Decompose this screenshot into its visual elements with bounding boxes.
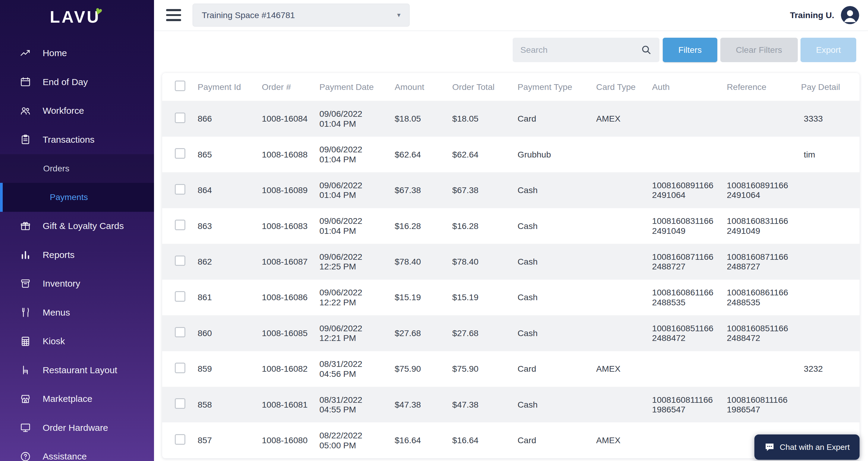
cell-order-total: $75.90 [453, 364, 518, 374]
sidebar-item-label: Transactions [42, 135, 94, 145]
cell-order-number: 1008-16086 [262, 292, 319, 302]
cell-order-total: $27.68 [453, 328, 518, 338]
row-checkbox[interactable] [175, 220, 185, 230]
cell-order-number: 1008-16087 [262, 257, 319, 267]
sidebar-item-assistance[interactable]: Assistance [0, 442, 154, 461]
kiosk-icon [20, 336, 31, 347]
cell-payment-type: Grubhub [518, 150, 596, 160]
select-all-checkbox[interactable] [175, 81, 185, 91]
cell-reference: 10081608111661986547 [727, 395, 796, 414]
filters-button[interactable]: Filters [663, 38, 718, 62]
sidebar-item-inventory[interactable]: Inventory [0, 269, 154, 298]
cell-amount: $67.38 [395, 185, 453, 195]
row-checkbox[interactable] [175, 363, 185, 373]
row-checkbox[interactable] [175, 434, 185, 445]
cell-auth: 10081608311662491049 [652, 216, 721, 236]
cell-amount: $62.64 [395, 150, 453, 160]
cell-reference: 10081608511662488472 [727, 323, 796, 343]
clipboard-icon [20, 134, 31, 145]
table-row[interactable]: 860 1008-16085 09/06/2022 12:21 PM $27.6… [162, 315, 860, 351]
sidebar-item-label: Gift & Loyalty Cards [42, 221, 124, 231]
table-row[interactable]: 862 1008-16087 09/06/2022 12:25 PM $78.4… [162, 244, 860, 279]
sidebar-item-label: Inventory [42, 279, 80, 289]
cell-payment-date: 09/06/2022 01:04 PM [319, 180, 375, 200]
main-content: Filters Clear Filters Export Payment Id … [154, 30, 868, 461]
sidebar-item-label: Home [42, 48, 67, 58]
sidebar-item-menus[interactable]: Menus [0, 298, 154, 327]
cell-payment-id: 864 [198, 185, 262, 195]
cell-auth: 10081608711662488727 [652, 252, 721, 271]
row-checkbox[interactable] [175, 184, 185, 195]
sidebar-item-marketplace[interactable]: Marketplace [0, 385, 154, 414]
cell-order-total: $47.38 [453, 400, 518, 410]
sidebar-item-kiosk[interactable]: Kiosk [0, 327, 154, 356]
cell-amount: $16.64 [395, 435, 453, 445]
cell-payment-date: 09/06/2022 12:22 PM [319, 288, 375, 307]
search-input[interactable] [521, 45, 641, 55]
row-checkbox[interactable] [175, 256, 185, 266]
sidebar-item-label: Workforce [42, 106, 84, 116]
row-checkbox[interactable] [175, 148, 185, 159]
row-checkbox[interactable] [175, 327, 185, 338]
user-name: Training U. [790, 10, 834, 20]
table-row[interactable]: 858 1008-16081 08/31/2022 04:55 PM $47.3… [162, 387, 860, 422]
sidebar-item-label: Marketplace [42, 394, 92, 404]
table-row[interactable]: 866 1008-16084 09/06/2022 01:04 PM $18.0… [162, 101, 860, 136]
cell-order-number: 1008-16081 [262, 400, 319, 410]
row-checkbox[interactable] [175, 113, 185, 123]
bar-chart-icon [20, 249, 31, 260]
table-row[interactable]: 859 1008-16082 08/31/2022 04:56 PM $75.9… [162, 351, 860, 387]
cell-reference: 10081608311662491049 [727, 216, 796, 236]
cell-payment-date: 09/06/2022 12:25 PM [319, 252, 375, 271]
monitor-icon [20, 422, 31, 433]
col-header-order: Order # [262, 82, 319, 92]
sidebar-subitem-payments[interactable]: Payments [0, 183, 154, 212]
user-avatar[interactable] [841, 6, 859, 24]
cell-order-number: 1008-16082 [262, 364, 319, 374]
space-selector-value: Training Space #146781 [202, 10, 295, 20]
sidebar-item-reports[interactable]: Reports [0, 240, 154, 269]
chair-icon [20, 365, 31, 376]
sidebar-item-gift-loyalty-cards[interactable]: Gift & Loyalty Cards [0, 212, 154, 241]
hamburger-menu-icon[interactable] [166, 9, 181, 21]
table-row[interactable]: 861 1008-16086 09/06/2022 12:22 PM $15.1… [162, 280, 860, 315]
export-button[interactable]: Export [801, 38, 857, 62]
trend-line-icon [20, 48, 31, 59]
sidebar-item-label: End of Day [42, 77, 88, 87]
cell-payment-id: 857 [198, 435, 262, 445]
cell-payment-type: Cash [518, 328, 596, 338]
app-window: LAVU ♥ Home End of Day Workforce T [0, 0, 868, 461]
table-row[interactable]: 863 1008-16083 09/06/2022 01:04 PM $16.2… [162, 208, 860, 244]
cell-reference: 10081608911662491064 [727, 180, 796, 200]
sidebar-item-transactions[interactable]: Transactions [0, 125, 154, 154]
cell-auth: 10081608911662491064 [652, 180, 721, 200]
heart-icon: ♥ [93, 4, 104, 19]
topbar: Training Space #146781 ▾ Training U. [154, 0, 868, 30]
row-checkbox[interactable] [175, 398, 185, 409]
sidebar-item-order-hardware[interactable]: Order Hardware [0, 413, 154, 442]
sidebar-item-workforce[interactable]: Workforce [0, 96, 154, 125]
cell-order-total: $62.64 [453, 150, 518, 160]
col-header-card-type: Card Type [596, 82, 652, 92]
cell-amount: $27.68 [395, 328, 453, 338]
sidebar-item-restaurant-layout[interactable]: Restaurant Layout [0, 356, 154, 385]
cell-card-type: AMEX [596, 435, 652, 445]
sidebar-item-label: Restaurant Layout [42, 365, 117, 375]
toolbar: Filters Clear Filters Export [513, 38, 857, 62]
sidebar-subitem-orders[interactable]: Orders [0, 154, 154, 183]
table-row[interactable]: 864 1008-16089 09/06/2022 01:04 PM $67.3… [162, 172, 860, 208]
col-header-amount: Amount [395, 82, 453, 92]
sidebar-item-home[interactable]: Home [0, 39, 154, 68]
cell-auth: 10081608611662488535 [652, 288, 721, 307]
chat-with-expert-button[interactable]: Chat with an Expert [754, 434, 860, 460]
sidebar-item-end-of-day[interactable]: End of Day [0, 67, 154, 96]
cell-auth: 10081608511662488472 [652, 323, 721, 343]
cell-payment-type: Card [518, 364, 596, 374]
table-row[interactable]: 865 1008-16088 09/06/2022 01:04 PM $62.6… [162, 137, 860, 172]
cell-order-number: 1008-16084 [262, 114, 319, 124]
sidebar-subitem-label: Orders [43, 164, 69, 173]
row-checkbox[interactable] [175, 291, 185, 302]
cell-payment-date: 08/31/2022 04:55 PM [319, 395, 375, 414]
clear-filters-button[interactable]: Clear Filters [720, 38, 798, 62]
space-selector-dropdown[interactable]: Training Space #146781 ▾ [193, 4, 410, 26]
